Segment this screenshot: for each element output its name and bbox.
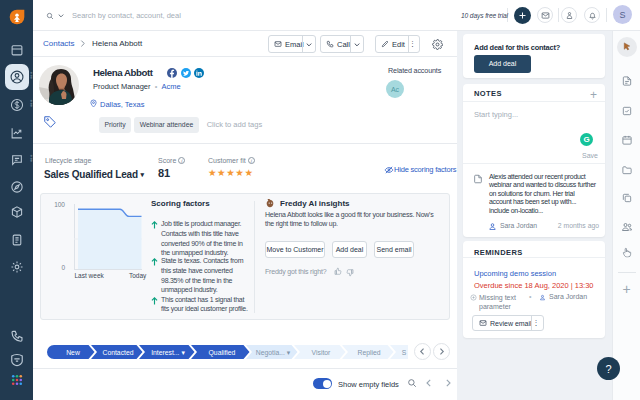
svg-text:Qualified: Qualified (209, 348, 236, 356)
svg-text:Visitor: Visitor (312, 348, 331, 355)
svg-text:Negotia... ▾: Negotia... ▾ (256, 348, 291, 356)
svg-text:Interest... ▾: Interest... ▾ (151, 348, 185, 355)
svg-text:Replied: Replied (357, 348, 380, 356)
svg-text:New: New (66, 348, 80, 355)
svg-text:Contacted: Contacted (103, 348, 134, 355)
svg-text:S: S (402, 348, 407, 355)
